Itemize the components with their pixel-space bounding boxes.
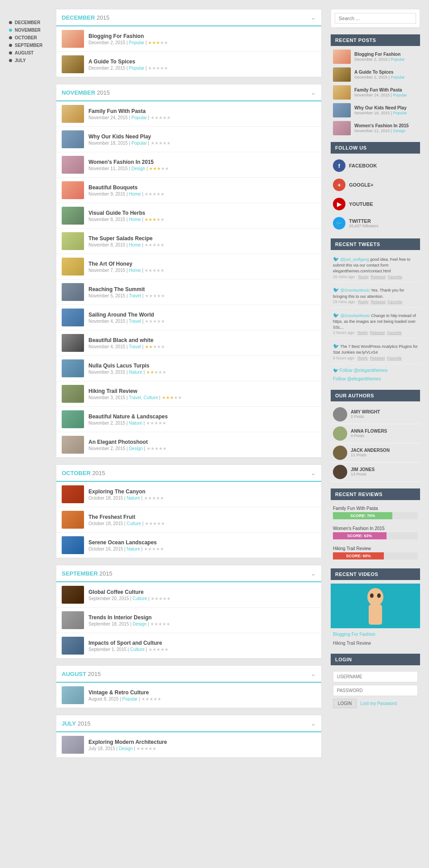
nav-month-item[interactable]: OCTOBER	[9, 35, 49, 40]
videos-section: RECENT VIDEOS Blogging For Fashion Hikin…	[331, 568, 420, 647]
social-item-tw[interactable]: 🐦 TWITTER 26,437 followers	[331, 215, 420, 232]
author-name[interactable]: JIM JONES	[351, 467, 374, 472]
recent-post-title[interactable]: Women's Fashion In 2015	[354, 123, 418, 128]
fb-icon: f	[333, 159, 345, 172]
month-header[interactable]: DECEMBER 2015 ⌄	[56, 9, 321, 26]
month-header[interactable]: JULY 2015 ⌄	[56, 715, 321, 732]
retweet-link[interactable]: Retweet	[370, 356, 385, 360]
post-title[interactable]: The Art Of Honey	[88, 261, 316, 267]
post-title[interactable]: Family Fun With Pasta	[88, 108, 316, 114]
post-title[interactable]: Global Coffee Culture	[88, 589, 316, 595]
month-chevron-icon: ⌄	[311, 469, 316, 476]
tweet-handle[interactable]: @joel_wolfgang	[341, 257, 369, 262]
recent-post-info: Blogging For Fashion December 2, 2015 | …	[354, 52, 418, 62]
follow-elegantthemes-link[interactable]: 🐦 Follow @elegantthemes	[331, 366, 420, 375]
post-title[interactable]: A Guide To Spices	[88, 58, 316, 65]
recent-post-item: Family Fun With Pasta November 24, 2015 …	[331, 85, 420, 100]
social-item-yt[interactable]: ▶ YOUTUBE	[331, 196, 420, 213]
post-title[interactable]: The Super Salads Recipe	[88, 235, 316, 242]
recent-post-title[interactable]: Blogging For Fashion	[354, 52, 418, 57]
favorite-link[interactable]: Favorite	[388, 300, 403, 304]
favorite-link[interactable]: Favorite	[387, 330, 402, 335]
post-info: Sailing Around The World November 4, 201…	[88, 312, 316, 324]
month-header[interactable]: NOVEMBER 2015 ⌄	[56, 84, 321, 101]
month-header[interactable]: SEPTEMBER 2015 ⌄	[56, 565, 321, 582]
post-title[interactable]: An Elegant Photoshoot	[88, 439, 316, 445]
social-item-gp[interactable]: + GOOGLE+	[331, 176, 420, 193]
favorite-link[interactable]: Favorite	[388, 275, 403, 279]
main-content: DECEMBER 2015 ⌄ Blogging For Fashion Dec…	[56, 9, 322, 764]
tweet-item: 🐦 @GravitasMusic Change to http instead …	[331, 310, 420, 338]
recent-post-title[interactable]: Family Fun With Pasta	[354, 88, 418, 92]
post-item: Beautiful Nature & Landscapes November 2…	[56, 407, 321, 432]
social-label: GOOGLE+	[349, 182, 374, 188]
post-meta: October 18, 2015 | Culture | ★★★★★	[88, 521, 316, 526]
post-title[interactable]: Why Our Kids Need Play	[88, 134, 316, 140]
video-title-2: Hiking Trail Review	[331, 639, 420, 647]
post-title[interactable]: Beautiful Black and white	[88, 337, 316, 343]
post-title[interactable]: Women's Fashion In 2015	[88, 159, 316, 165]
nav-dot	[9, 21, 12, 24]
nav-month-label: OCTOBER	[15, 35, 37, 40]
post-meta: November 18, 2015 | Popular | ★★★★★	[88, 141, 316, 146]
recent-post-title[interactable]: A Guide To Spices	[354, 70, 418, 75]
video-thumb[interactable]	[331, 584, 420, 628]
post-title[interactable]: Reaching The Summit	[88, 286, 316, 292]
post-title[interactable]: Impacts of Sport and Culture	[88, 640, 316, 646]
nav-month-item[interactable]: JULY	[9, 58, 49, 63]
nav-month-item[interactable]: AUGUST	[9, 50, 49, 55]
post-item: Beautiful Bouquets November 9, 2015 | Ho…	[56, 178, 321, 203]
post-info: Hiking Trail Review November 3, 2015 | T…	[88, 388, 316, 400]
nav-month-item[interactable]: SEPTEMBER	[9, 43, 49, 48]
favorite-link[interactable]: Favorite	[387, 356, 402, 360]
post-title[interactable]: Beautiful Bouquets	[88, 184, 316, 191]
tweet-handle[interactable]: @GravitasMusic	[341, 313, 370, 318]
post-title[interactable]: Nulla Quis Lacus Turpis	[88, 363, 316, 369]
author-name[interactable]: JACK ANDERSON	[351, 448, 390, 453]
post-title[interactable]: Hiking Trail Review	[88, 388, 316, 394]
reply-link[interactable]: Reply	[358, 275, 369, 279]
retweet-link[interactable]: Retweet	[371, 275, 386, 279]
username-input[interactable]	[333, 671, 418, 682]
svg-point-2	[370, 593, 374, 598]
retweet-link[interactable]: Retweet	[370, 330, 385, 335]
post-title[interactable]: Trends In Interior Design	[88, 614, 316, 621]
search-box	[331, 9, 420, 28]
password-input[interactable]	[333, 685, 418, 696]
retweet-link[interactable]: Retweet	[371, 300, 386, 304]
post-title[interactable]: Sailing Around The World	[88, 312, 316, 318]
month-header[interactable]: AUGUST 2015 ⌄	[56, 666, 321, 683]
post-title[interactable]: Beautiful Nature & Landscapes	[88, 413, 316, 420]
review-bar-fill: SCORE: 63%	[333, 532, 387, 539]
post-title[interactable]: The Freshest Fruit	[88, 514, 316, 520]
month-header[interactable]: OCTOBER 2015 ⌄	[56, 465, 321, 482]
tweet-text: The 7 Best WordPress Analytics Plugins f…	[333, 344, 418, 355]
author-name[interactable]: ANNA FLOWERS	[351, 429, 387, 434]
author-name[interactable]: AMY WRIGHT	[351, 409, 380, 414]
nav-month-item[interactable]: NOVEMBER	[9, 28, 49, 33]
search-input[interactable]	[335, 13, 416, 24]
post-title[interactable]: Blogging For Fashion	[88, 33, 316, 39]
month-chevron-icon: ⌄	[311, 670, 316, 677]
post-title[interactable]: Visual Guide To Herbs	[88, 210, 316, 216]
nav-dot	[9, 29, 12, 32]
lost-password-link[interactable]: Lost my Password	[360, 701, 397, 706]
reply-link[interactable]: Reply	[358, 356, 368, 360]
post-title[interactable]: Vintage & Retro Culture	[88, 689, 316, 696]
recent-post-title[interactable]: Why Our Kids Need Play	[354, 105, 418, 110]
tweet-handle[interactable]: @GravitasMusic	[341, 288, 370, 292]
post-title[interactable]: Exploring The Canyon	[88, 488, 316, 495]
video-title-1[interactable]: Blogging For Fashion	[331, 630, 420, 638]
social-label: FACEBOOK	[349, 163, 377, 168]
post-title[interactable]: Serene Ocean Landscapes	[88, 539, 316, 546]
post-title[interactable]: Exploring Modern Architecture	[88, 739, 316, 745]
review-title: Hiking Trail Review	[333, 546, 418, 551]
nav-month-item[interactable]: DECEMBER	[9, 20, 49, 25]
authors-section: OUR AUTHORS AMY WRIGHT 0 Posts ANNA FLOW…	[331, 390, 420, 482]
social-item-fb[interactable]: f FACEBOOK	[331, 157, 420, 174]
reply-link[interactable]: Reply	[358, 300, 369, 304]
review-item: Family Fun With Pasta SCORE: 70%	[331, 504, 420, 522]
follow-link[interactable]: Follow @elegantthemes	[331, 375, 420, 383]
login-button[interactable]: LOGIN	[333, 699, 357, 708]
reply-link[interactable]: Reply	[358, 330, 368, 335]
